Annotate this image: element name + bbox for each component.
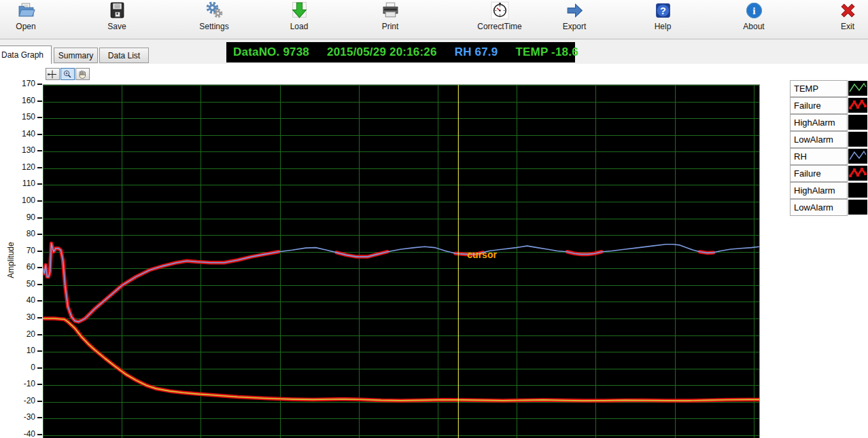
- legend-sample-line: [848, 149, 867, 164]
- y-tick-mark: [37, 134, 42, 135]
- legend-sample-none: [848, 115, 867, 130]
- y-tick-label: 0: [5, 363, 35, 372]
- open-button[interactable]: Open: [0, 1, 52, 37]
- y-tick-label: 110: [5, 179, 35, 188]
- legend-label: LowAlarm: [790, 131, 848, 148]
- exit-x-icon: [839, 1, 857, 20]
- y-tick-mark: [37, 367, 42, 369]
- y-tick-label: 60: [5, 262, 35, 272]
- y-tick-mark: [37, 267, 42, 268]
- y-tick-label: -20: [5, 396, 35, 405]
- export-button[interactable]: Export: [549, 1, 600, 37]
- status-datano: DataNO. 9738: [233, 45, 309, 59]
- about-button[interactable]: i About: [728, 1, 780, 37]
- legend-sample-none: [848, 132, 867, 147]
- legend-sample-failure: [848, 166, 867, 181]
- load-button[interactable]: Load: [273, 1, 325, 37]
- y-tick-mark: [37, 284, 42, 285]
- cursor-label: cursor: [467, 249, 497, 260]
- legend-sample-none: [848, 183, 867, 198]
- tab-data-graph-label: Data Graph: [1, 50, 44, 60]
- y-tick-label: 150: [5, 112, 35, 122]
- y-tick-mark: [37, 384, 42, 385]
- tab-summary[interactable]: Summary: [54, 48, 98, 63]
- export-label: Export: [563, 22, 587, 31]
- crosshair-tool-button[interactable]: [46, 68, 60, 80]
- y-tick-label: 130: [5, 145, 35, 155]
- print-label: Print: [382, 22, 399, 31]
- y-tick-label: 90: [5, 213, 35, 222]
- legend-label: TEMP: [790, 80, 848, 97]
- open-folder-icon: [17, 1, 35, 20]
- y-tick-label: 40: [5, 295, 35, 305]
- chart-tool-toolbar: [46, 68, 90, 80]
- legend-sample-failure: [848, 98, 867, 113]
- status-datetime: 2015/05/29 20:16:26: [327, 45, 437, 59]
- tab-data-graph[interactable]: Data Graph: [0, 45, 52, 64]
- crosshair-icon: [48, 70, 58, 79]
- y-tick-mark: [37, 217, 42, 219]
- y-tick-mark: [37, 350, 42, 352]
- exit-button[interactable]: Exit: [822, 1, 868, 37]
- y-tick-label: 140: [5, 129, 35, 139]
- legend-label: RH: [790, 148, 848, 165]
- svg-text:i: i: [752, 5, 756, 16]
- about-info-icon: i: [745, 1, 763, 20]
- settings-gears-icon: [205, 1, 224, 20]
- y-tick-mark: [37, 183, 42, 185]
- svg-text:?: ?: [660, 5, 666, 16]
- app-window: Open Save Settings: [0, 0, 868, 438]
- y-tick-label: 170: [5, 79, 35, 88]
- zoom-tool-button[interactable]: [60, 68, 75, 80]
- legend-label: Failure: [790, 97, 848, 114]
- y-tick-label: 80: [5, 229, 35, 238]
- status-readout-bar: DataNO. 9738 2015/05/29 20:16:26 RH 67.9…: [226, 42, 575, 62]
- legend-label: LowAlarm: [790, 199, 848, 216]
- y-tick-label: -30: [5, 412, 35, 422]
- save-button[interactable]: Save: [91, 1, 143, 37]
- y-tick-label: 50: [5, 279, 35, 289]
- y-tick-label: 100: [5, 196, 35, 205]
- hand-pan-icon: [77, 70, 88, 79]
- legend-sample-line: [848, 81, 867, 96]
- correcttime-label: CorrectTime: [477, 22, 522, 31]
- help-button[interactable]: ? Help: [637, 1, 689, 37]
- export-right-arrow-icon: [566, 1, 584, 20]
- settings-label: Settings: [199, 22, 228, 31]
- open-label: Open: [16, 22, 35, 31]
- y-tick-mark: [37, 117, 42, 118]
- y-tick-label: 10: [5, 346, 35, 355]
- status-rh: RH 67.9: [455, 45, 498, 59]
- load-down-arrow-icon: [290, 1, 309, 20]
- y-tick-mark: [37, 234, 42, 235]
- y-tick-label: 160: [5, 96, 35, 105]
- y-tick-label: 30: [5, 312, 35, 322]
- correcttime-button[interactable]: CorrectTime: [474, 1, 525, 37]
- y-tick-label: -40: [5, 429, 35, 438]
- y-tick-mark: [37, 251, 42, 252]
- legend-label: HighAlarm: [790, 182, 848, 199]
- exit-label: Exit: [841, 22, 854, 31]
- y-tick-label: 20: [5, 329, 35, 339]
- plot-canvas[interactable]: cursor: [43, 85, 759, 438]
- y-tick-mark: [37, 300, 42, 302]
- tab-summary-label: Summary: [58, 51, 93, 60]
- settings-button[interactable]: Settings: [188, 1, 240, 37]
- load-label: Load: [290, 22, 309, 31]
- plot-area[interactable]: cursor: [43, 84, 760, 438]
- y-tick-label: 120: [5, 162, 35, 172]
- pan-tool-button[interactable]: [75, 68, 90, 80]
- correcttime-gauge-icon: [491, 1, 509, 20]
- y-tick-mark: [37, 84, 42, 85]
- legend-sample-none: [848, 200, 867, 215]
- y-tick-label: -10: [5, 379, 35, 388]
- rh-series-line: [43, 243, 759, 322]
- print-button[interactable]: Print: [364, 1, 416, 37]
- tab-data-list[interactable]: Data List: [99, 48, 149, 63]
- about-label: About: [743, 22, 764, 31]
- help-label: Help: [655, 22, 672, 31]
- y-tick-mark: [37, 317, 42, 318]
- y-tick-mark: [37, 150, 42, 151]
- zoom-magnifier-icon: [63, 70, 73, 79]
- print-printer-icon: [381, 1, 400, 20]
